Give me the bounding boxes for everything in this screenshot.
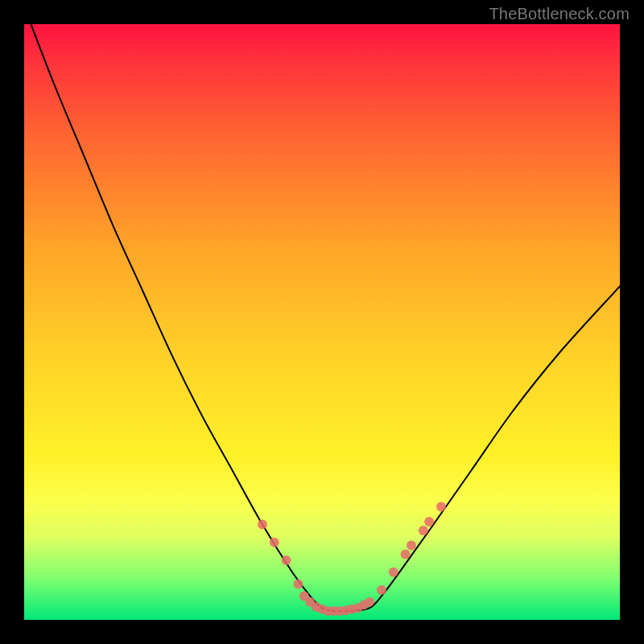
marker-dot: [293, 580, 303, 589]
marker-dot: [365, 597, 374, 607]
marker-dot: [424, 517, 434, 526]
marker-dot: [436, 502, 446, 511]
marker-dot: [282, 555, 291, 565]
bottleneck-curve: [24, 24, 620, 611]
marker-dot: [270, 538, 279, 547]
watermark-text: TheBottleneck.com: [489, 5, 630, 23]
marker-dots-group: [258, 502, 446, 616]
marker-dot: [389, 568, 398, 577]
marker-dot: [407, 541, 416, 551]
marker-dot: [401, 550, 411, 559]
marker-dot: [419, 526, 428, 535]
plot-svg: [24, 24, 620, 620]
marker-dot: [377, 585, 386, 595]
marker-dot: [258, 520, 267, 530]
